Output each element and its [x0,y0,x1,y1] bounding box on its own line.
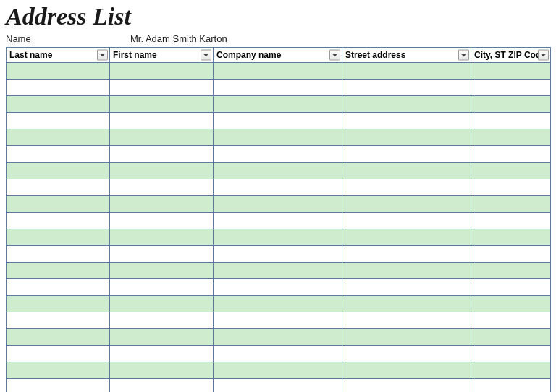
table-cell[interactable] [214,113,342,129]
table-cell[interactable] [342,96,471,113]
table-row[interactable] [7,346,551,362]
table-cell[interactable] [471,346,551,362]
col-header-company-name[interactable]: Company name [214,48,342,63]
table-row[interactable] [7,163,551,179]
table-cell[interactable] [7,263,110,279]
filter-dropdown-icon[interactable] [201,50,211,61]
table-cell[interactable] [342,263,471,279]
table-cell[interactable] [214,96,342,113]
table-cell[interactable] [110,329,214,346]
table-cell[interactable] [342,113,471,129]
table-cell[interactable] [471,362,551,379]
filter-dropdown-icon[interactable] [538,50,549,61]
table-cell[interactable] [342,163,471,179]
table-cell[interactable] [342,229,471,246]
table-cell[interactable] [7,379,110,393]
table-cell[interactable] [471,263,551,279]
table-cell[interactable] [471,196,551,213]
table-cell[interactable] [110,379,214,393]
table-cell[interactable] [214,229,342,246]
table-cell[interactable] [7,346,110,362]
table-cell[interactable] [110,80,214,96]
table-cell[interactable] [214,196,342,213]
table-cell[interactable] [110,96,214,113]
table-cell[interactable] [7,179,110,196]
table-row[interactable] [7,113,551,129]
table-cell[interactable] [7,96,110,113]
table-cell[interactable] [471,146,551,163]
table-cell[interactable] [7,246,110,263]
table-row[interactable] [7,312,551,329]
table-cell[interactable] [7,80,110,96]
table-cell[interactable] [7,63,110,80]
table-cell[interactable] [471,129,551,146]
table-cell[interactable] [110,213,214,229]
filter-dropdown-icon[interactable] [97,50,108,61]
table-cell[interactable] [342,63,471,80]
table-cell[interactable] [214,129,342,146]
table-row[interactable] [7,213,551,229]
table-cell[interactable] [214,146,342,163]
table-cell[interactable] [7,129,110,146]
table-row[interactable] [7,296,551,312]
table-cell[interactable] [7,329,110,346]
table-cell[interactable] [214,362,342,379]
table-cell[interactable] [342,80,471,96]
table-row[interactable] [7,129,551,146]
table-row[interactable] [7,263,551,279]
table-cell[interactable] [214,179,342,196]
table-cell[interactable] [110,362,214,379]
table-cell[interactable] [342,179,471,196]
table-cell[interactable] [7,196,110,213]
table-cell[interactable] [342,329,471,346]
table-row[interactable] [7,179,551,196]
table-cell[interactable] [214,63,342,80]
table-cell[interactable] [471,80,551,96]
table-cell[interactable] [110,179,214,196]
name-value[interactable]: Mr. Adam Smith Karton [130,33,227,44]
table-cell[interactable] [471,213,551,229]
table-row[interactable] [7,229,551,246]
table-cell[interactable] [214,279,342,296]
table-cell[interactable] [7,279,110,296]
table-cell[interactable] [7,146,110,163]
table-cell[interactable] [471,329,551,346]
table-cell[interactable] [214,263,342,279]
col-header-street-address[interactable]: Street address [342,48,471,63]
table-cell[interactable] [110,196,214,213]
table-cell[interactable] [110,279,214,296]
table-cell[interactable] [342,129,471,146]
table-cell[interactable] [342,279,471,296]
table-cell[interactable] [110,63,214,80]
table-cell[interactable] [214,80,342,96]
filter-dropdown-icon[interactable] [329,50,340,61]
table-row[interactable] [7,362,551,379]
table-cell[interactable] [471,163,551,179]
table-cell[interactable] [110,296,214,312]
table-cell[interactable] [110,229,214,246]
filter-dropdown-icon[interactable] [458,50,469,61]
table-cell[interactable] [342,146,471,163]
table-row[interactable] [7,146,551,163]
table-cell[interactable] [214,329,342,346]
table-row[interactable] [7,246,551,263]
table-row[interactable] [7,379,551,393]
table-cell[interactable] [110,129,214,146]
table-cell[interactable] [110,113,214,129]
col-header-first-name[interactable]: First name [110,48,214,63]
table-cell[interactable] [7,113,110,129]
table-cell[interactable] [7,213,110,229]
table-cell[interactable] [214,163,342,179]
table-cell[interactable] [342,312,471,329]
table-cell[interactable] [7,312,110,329]
table-cell[interactable] [342,346,471,362]
col-header-city-st-zip[interactable]: City, ST ZIP Code [471,48,551,63]
table-cell[interactable] [110,163,214,179]
table-row[interactable] [7,196,551,213]
table-cell[interactable] [342,213,471,229]
table-row[interactable] [7,279,551,296]
table-cell[interactable] [7,163,110,179]
table-row[interactable] [7,63,551,80]
table-cell[interactable] [110,346,214,362]
table-cell[interactable] [110,246,214,263]
